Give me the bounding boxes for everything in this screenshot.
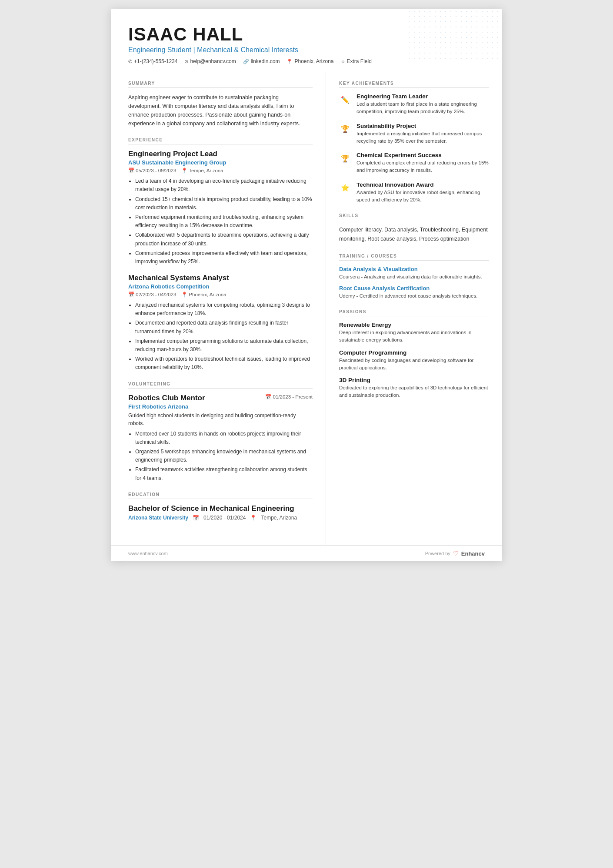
passions-section-title: PASSIONS <box>339 309 489 316</box>
achievement-4-title: Technical Innovation Award <box>356 181 489 188</box>
calendar-icon-vol: 📅 <box>265 394 271 399</box>
volunteering-section: VOLUNTEERING Robotics Club Mentor First … <box>128 382 313 483</box>
job-1-bullet-2: Conducted 15+ chemical trials improving … <box>135 195 313 212</box>
pencil-icon: ✏️ <box>339 94 351 106</box>
job-2-company: Arizona Robotics Competition <box>128 283 313 290</box>
job-2-meta: 📅 02/2023 - 04/2023 📍 Phoenix, Arizona <box>128 292 313 298</box>
location-icon-1: 📍 <box>181 168 187 174</box>
achievement-2-title: Sustainability Project <box>356 123 489 129</box>
job-2-date: 📅 02/2023 - 04/2023 <box>128 292 176 298</box>
main-content: SUMMARY Aspiring engineer eager to contr… <box>111 72 502 545</box>
summary-text: Aspiring engineer eager to contribute to… <box>128 93 313 128</box>
volunteering-left: Robotics Club Mentor First Robotics Ariz… <box>128 394 205 412</box>
footer: www.enhancv.com Powered by ♡ Enhancv <box>111 545 502 561</box>
passion-1-desc: Deep interest in exploring advancements … <box>339 329 489 344</box>
volunteering-intro: Guided high school students in designing… <box>128 412 313 427</box>
vol-bullet-2: Organized 5 workshops enhancing knowledg… <box>135 448 313 464</box>
summary-section: SUMMARY Aspiring engineer eager to contr… <box>128 81 313 128</box>
job-1-bullets: Led a team of 4 in developing an eco-fri… <box>135 177 313 266</box>
vol-bullet-3: Facilitated teamwork activities strength… <box>135 466 313 482</box>
location-icon-edu: 📍 <box>250 515 257 521</box>
job-2-bullets: Analyzed mechanical systems for competin… <box>135 301 313 372</box>
achievement-1-title: Engineering Team Leader <box>356 93 489 100</box>
calendar-icon-1: 📅 <box>128 168 134 174</box>
resume-page: ISAAC HALL Engineering Student | Mechani… <box>111 9 502 561</box>
course-1-desc: Coursera - Analyzing and visualizing dat… <box>339 273 489 281</box>
trophy-icon-1: 🏆 <box>339 123 351 135</box>
job-2-bullet-3: Implemented computer programming solutio… <box>135 337 313 354</box>
volunteering-header: Robotics Club Mentor First Robotics Ariz… <box>128 394 313 412</box>
job-2-location: 📍 Phoenix, Arizona <box>181 292 226 298</box>
education-meta: Arizona State University 📅 01/2020 - 01/… <box>128 515 313 521</box>
skills-section: SKILLS Computer literacy, Data analysis,… <box>339 213 489 244</box>
job-1-bullet-3: Performed equipment monitoring and troub… <box>135 213 313 230</box>
achievement-3-desc: Completed a complex chemical trial reduc… <box>356 159 489 174</box>
job-2-title: Mechanical Systems Analyst <box>128 274 313 282</box>
powered-by-text: Powered by <box>425 551 450 556</box>
volunteering-bullets: Mentored over 10 students in hands-on ro… <box>135 430 313 483</box>
left-column: SUMMARY Aspiring engineer eager to contr… <box>111 72 326 545</box>
job-2-bullet-2: Documented and reported data analysis fi… <box>135 319 313 335</box>
experience-section: EXPERIENCE Engineering Project Lead ASU … <box>128 137 313 372</box>
job-1-meta: 📅 05/2023 - 09/2023 📍 Tempe, Arizona <box>128 168 313 174</box>
passion-3-desc: Dedicated to exploring the capabilities … <box>339 384 489 399</box>
passion-2-desc: Fascinated by coding languages and devel… <box>339 357 489 372</box>
location-icon-2: 📍 <box>181 292 187 298</box>
job-2: Mechanical Systems Analyst Arizona Robot… <box>128 274 313 372</box>
link-icon: 🔗 <box>243 59 249 64</box>
volunteering-company: First Robotics Arizona <box>128 403 205 410</box>
achievements-section: KEY ACHIEVEMENTS ✏️ Engineering Team Lea… <box>339 81 489 204</box>
right-column: KEY ACHIEVEMENTS ✏️ Engineering Team Lea… <box>326 72 502 545</box>
star-extra-icon: ☆ <box>341 59 345 64</box>
passion-2-title: Computer Programming <box>339 349 489 356</box>
training-section: TRAINING / COURSES Data Analysis & Visua… <box>339 254 489 300</box>
volunteering-date: 📅 01/2023 - Present <box>265 394 313 400</box>
achievements-section-title: KEY ACHIEVEMENTS <box>339 81 489 88</box>
course-1-title: Data Analysis & Visualization <box>339 266 489 272</box>
job-1-title: Engineering Project Lead <box>128 150 313 158</box>
footer-website: www.enhancv.com <box>128 551 168 556</box>
contact-phone: ✆ +1-(234)-555-1234 <box>128 58 177 64</box>
star-icon: ⭐ <box>339 182 351 194</box>
education-location: Tempe, Arizona <box>261 515 297 521</box>
achievement-2-content: Sustainability Project Implemented a rec… <box>356 123 489 145</box>
job-2-bullet-1: Analyzed mechanical systems for competin… <box>135 301 313 318</box>
skills-text: Computer literacy, Data analysis, Troubl… <box>339 225 489 244</box>
passion-3-title: 3D Printing <box>339 377 489 383</box>
achievement-2-desc: Implemented a recycling initiative that … <box>356 130 489 145</box>
candidate-name: ISAAC HALL <box>128 24 485 44</box>
education-section-title: EDUCATION <box>128 492 313 499</box>
education-date: 01/2020 - 01/2024 <box>203 515 246 521</box>
job-1: Engineering Project Lead ASU Sustainable… <box>128 150 313 266</box>
education-degree: Bachelor of Science in Mechanical Engine… <box>128 504 313 513</box>
education-school: Arizona State University <box>128 515 188 521</box>
achievement-2: 🏆 Sustainability Project Implemented a r… <box>339 123 489 145</box>
course-2-title: Root Cause Analysis Certification <box>339 285 489 292</box>
location-icon: 📍 <box>287 59 293 64</box>
course-2-desc: Udemy - Certified in advanced root cause… <box>339 292 489 300</box>
email-icon: ⊙ <box>184 59 188 64</box>
contact-row: ✆ +1-(234)-555-1234 ⊙ help@enhancv.com 🔗… <box>128 58 485 64</box>
experience-section-title: EXPERIENCE <box>128 137 313 144</box>
summary-section-title: SUMMARY <box>128 81 313 88</box>
achievement-4: ⭐ Technical Innovation Award Awarded by … <box>339 181 489 204</box>
contact-extra: ☆ Extra Field <box>341 58 372 64</box>
footer-brand: Powered by ♡ Enhancv <box>425 550 485 557</box>
job-2-bullet-4: Worked with operators to troubleshoot te… <box>135 355 313 372</box>
education-section: EDUCATION Bachelor of Science in Mechani… <box>128 492 313 521</box>
phone-icon: ✆ <box>128 59 132 64</box>
job-1-bullet-1: Led a team of 4 in developing an eco-fri… <box>135 177 313 194</box>
achievement-4-desc: Awarded by ASU for innovative robot desi… <box>356 189 489 204</box>
volunteering-section-title: VOLUNTEERING <box>128 382 313 389</box>
candidate-tagline: Engineering Student | Mechanical & Chemi… <box>128 46 485 54</box>
trophy-icon-2: 🏆 <box>339 152 351 164</box>
achievement-1-desc: Led a student team to first place in a s… <box>356 101 489 116</box>
achievement-4-content: Technical Innovation Award Awarded by AS… <box>356 181 489 204</box>
training-section-title: TRAINING / COURSES <box>339 254 489 261</box>
achievement-3: 🏆 Chemical Experiment Success Completed … <box>339 152 489 174</box>
passions-section: PASSIONS Renewable Energy Deep interest … <box>339 309 489 399</box>
job-1-bullet-5: Communicated process improvements effect… <box>135 249 313 266</box>
contact-linkedin: 🔗 linkedin.com <box>243 58 280 64</box>
calendar-icon-2: 📅 <box>128 292 134 298</box>
passion-1-title: Renewable Energy <box>339 322 489 328</box>
